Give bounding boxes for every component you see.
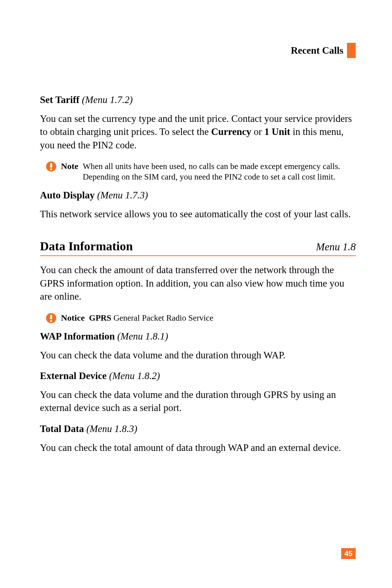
paragraph-data-info: You can check the amount of data transfe…	[40, 263, 356, 303]
subheading-title: Auto Display	[40, 190, 95, 201]
svg-point-5	[50, 320, 52, 322]
note-callout: Note When all units have been used, no c…	[46, 160, 356, 182]
manual-page: Recent Calls Set Tariff (Menu 1.7.2) You…	[0, 0, 392, 588]
header-title: Recent Calls	[291, 45, 343, 56]
paragraph-ext-dev: You can check the data volume and the du…	[40, 388, 356, 415]
notice-body: GPRS General Packet Radio Service	[89, 312, 213, 324]
subheading-title: External Device	[40, 370, 107, 381]
bold-currency: Currency	[211, 126, 251, 137]
subheading-menu-ref: (Menu 1.8.1)	[117, 331, 168, 342]
subheading-wap-information: WAP Information (Menu 1.8.1)	[40, 331, 356, 342]
paragraph-auto-display: This network service allows you to see a…	[40, 207, 356, 221]
text-run: General Packet Radio Service	[111, 313, 213, 322]
svg-rect-1	[50, 163, 52, 168]
notice-callout: Notice GPRS General Packet Radio Service	[46, 312, 356, 324]
header-tab-icon	[347, 43, 356, 58]
section-menu-ref: Menu 1.8	[316, 241, 356, 253]
subheading-title: Total Data	[40, 423, 84, 434]
bold-1unit: 1 Unit	[264, 126, 290, 137]
note-label: Note	[61, 160, 78, 171]
subheading-title: Set Tariff	[40, 94, 79, 105]
svg-point-2	[50, 169, 52, 171]
subheading-total-data: Total Data (Menu 1.8.3)	[40, 423, 356, 435]
section-title: Data Information	[40, 239, 133, 253]
subheading-external-device: External Device (Menu 1.8.2)	[40, 370, 356, 382]
section-heading-data-information: Data Information Menu 1.8	[40, 239, 356, 256]
subheading-menu-ref: (Menu 1.7.2)	[82, 94, 133, 105]
paragraph-wap-info: You can check the data volume and the du…	[40, 349, 356, 362]
subheading-set-tariff: Set Tariff (Menu 1.7.2)	[40, 94, 356, 106]
paragraph-total-data: You can check the total amount of data t…	[40, 441, 356, 454]
page-content: Set Tariff (Menu 1.7.2) You can set the …	[40, 94, 356, 454]
paragraph-set-tariff: You can set the currency type and the un…	[40, 112, 356, 152]
text-run: or	[251, 126, 264, 137]
page-number: 45	[341, 548, 356, 559]
notice-label: Notice	[61, 312, 85, 323]
svg-rect-4	[50, 314, 52, 319]
bold-gprs: GPRS	[89, 313, 111, 322]
subheading-menu-ref: (Menu 1.7.3)	[97, 190, 148, 201]
subheading-title: WAP Information	[40, 331, 115, 342]
alert-icon	[46, 161, 57, 172]
subheading-auto-display: Auto Display (Menu 1.7.3)	[40, 190, 356, 201]
note-body: When all units have been used, no calls …	[83, 160, 356, 182]
page-header: Recent Calls	[291, 43, 356, 58]
subheading-menu-ref: (Menu 1.8.2)	[109, 370, 160, 381]
subheading-menu-ref: (Menu 1.8.3)	[86, 423, 137, 434]
alert-icon	[46, 313, 57, 324]
